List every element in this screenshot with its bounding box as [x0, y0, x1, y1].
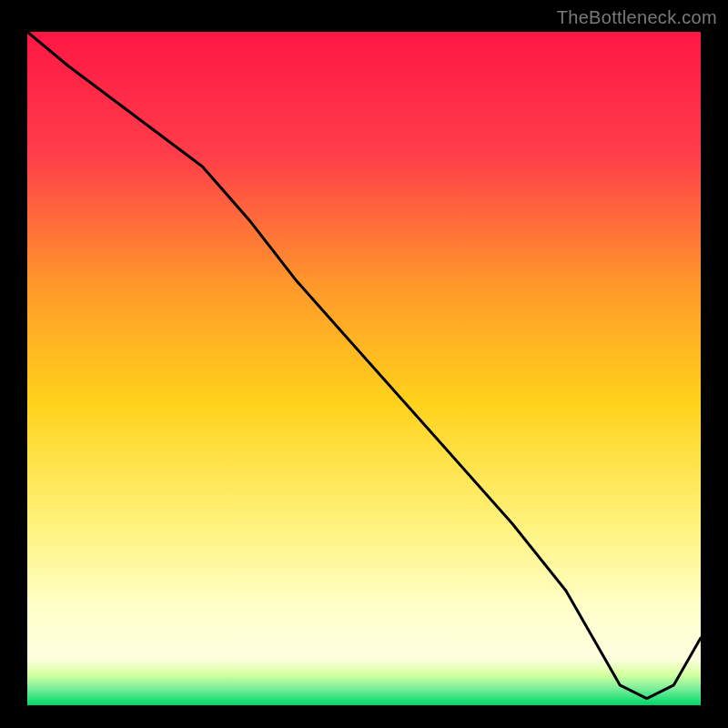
data-line-layer	[27, 32, 701, 705]
plot-area	[27, 32, 701, 705]
data-line	[27, 32, 701, 699]
chart-container: TheBottleneck.com	[0, 0, 728, 728]
watermark-text: TheBottleneck.com	[557, 7, 717, 28]
